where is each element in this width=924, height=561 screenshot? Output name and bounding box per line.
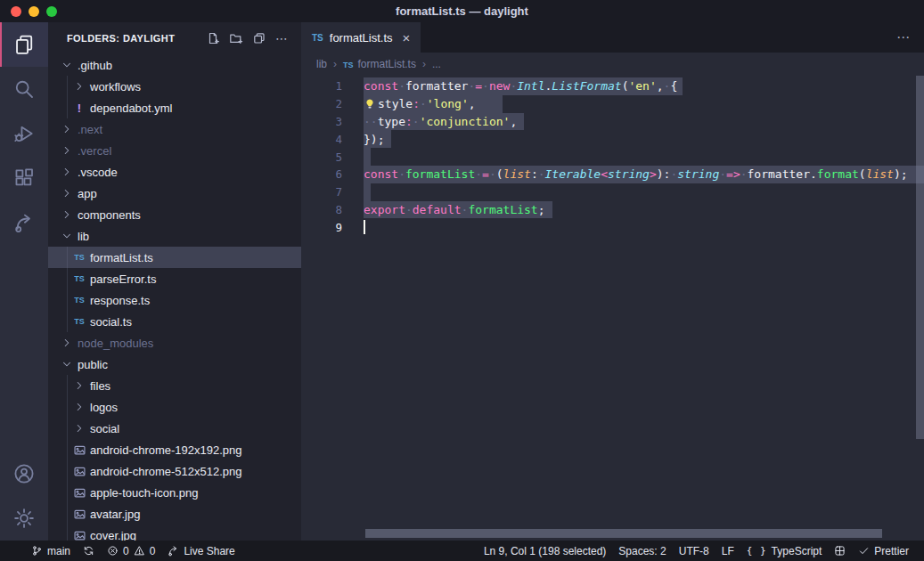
code-line[interactable]: 3··type:·'conjunction', [301, 113, 924, 131]
code-line[interactable]: 6const·formatList·=·(list:·Iterable<stri… [301, 166, 924, 183]
tab-formatList[interactable]: TS formatList.ts × [301, 22, 421, 53]
tab-label: formatList.ts [330, 31, 393, 45]
tree-item-label: .next [78, 123, 102, 136]
line-content [364, 148, 371, 166]
chevron-right-icon [59, 337, 75, 349]
status-git-branch-label: main [47, 545, 70, 557]
lightbulb-icon[interactable] [364, 98, 378, 110]
status-live-share-label: Live Share [184, 545, 234, 557]
status-git-branch[interactable]: main [25, 541, 77, 561]
text-cursor [364, 220, 365, 234]
code-line[interactable]: 1const·formatter·=·new·Intl.ListFormat('… [301, 77, 924, 95]
tree-item-avatar.jpg[interactable]: avatar.jpg [48, 503, 301, 524]
tree-item-node_modules[interactable]: node_modules [48, 332, 301, 354]
tree-item-.github[interactable]: .github [48, 54, 301, 76]
tree-item-label: lib [78, 230, 89, 243]
code-line[interactable]: 7 [301, 183, 924, 201]
collapse-folders-button[interactable] [252, 31, 266, 45]
check-icon [858, 545, 870, 557]
close-window-button[interactable] [11, 6, 21, 17]
line-number: 3 [301, 113, 342, 131]
status-sync[interactable] [77, 541, 101, 561]
tree-item-public[interactable]: public [48, 354, 301, 375]
more-actions-button[interactable]: ⋯ [275, 31, 289, 45]
tree-item-label: .vercel [78, 144, 111, 158]
tree-item-label: logos [90, 401, 118, 414]
chevron-right-icon [71, 379, 87, 392]
tree-item-formatList.ts[interactable]: TSformatList.ts [48, 247, 301, 268]
tree-item-android-chrome-192x192.png[interactable]: android-chrome-192x192.png [48, 439, 301, 460]
close-tab-icon[interactable]: × [403, 30, 411, 45]
status-problems[interactable]: 00 [101, 541, 161, 561]
error-icon [107, 545, 119, 557]
tree-item-files[interactable]: files [48, 375, 301, 396]
breadcrumb-label: lib [316, 58, 327, 70]
tree-item-social.ts[interactable]: TSsocial.ts [48, 311, 301, 332]
breadcrumb-item[interactable]: ... [432, 58, 441, 70]
status-live-share[interactable]: Live Share [161, 541, 241, 561]
code-area[interactable]: 1const·formatter·=·new·Intl.ListFormat('… [301, 76, 924, 541]
line-content [364, 218, 365, 236]
extensions-button[interactable] [0, 156, 48, 200]
titlebar: formatList.ts — daylight [0, 0, 924, 22]
ts-icon: TS [71, 296, 87, 305]
line-content: }); [364, 130, 391, 148]
sync-icon [83, 545, 94, 557]
new-folder-button[interactable] [229, 31, 243, 45]
tree-item-social[interactable]: social [48, 418, 301, 439]
search-button[interactable] [0, 67, 48, 111]
tree-item-logos[interactable]: logos [48, 396, 301, 418]
code-line[interactable]: 4}); [301, 130, 924, 148]
live-share-button[interactable] [0, 200, 48, 245]
settings-button[interactable] [0, 496, 48, 541]
minimize-window-button[interactable] [29, 6, 39, 17]
editor-more-actions-button[interactable]: ⋯ [896, 22, 911, 53]
explorer-button[interactable] [0, 22, 48, 67]
account-icon [13, 463, 35, 484]
tree-item-parseError.ts[interactable]: TSparseError.ts [48, 268, 301, 289]
tree-item-response.ts[interactable]: TSresponse.ts [48, 289, 301, 311]
accounts-button[interactable] [0, 451, 48, 496]
tree-item-cover.jpg[interactable]: cover.jpg [48, 524, 301, 541]
status-prettier[interactable]: Prettier [852, 541, 915, 561]
tree-item-.vscode[interactable]: .vscode [48, 161, 301, 183]
vertical-scrollbar[interactable] [916, 76, 924, 439]
tree-item-app[interactable]: app [48, 183, 301, 204]
status-cursor-position[interactable]: Ln 9, Col 1 (198 selected) [478, 541, 612, 561]
tree-item-android-chrome-512x512.png[interactable]: android-chrome-512x512.png [48, 460, 301, 482]
tree-item-.next[interactable]: .next [48, 118, 301, 140]
line-number: 2 [301, 95, 342, 113]
breadcrumb-item[interactable]: lib [316, 58, 327, 70]
ts-icon: TS [343, 58, 354, 70]
tree-item-dependabot.yml[interactable]: !dependabot.yml [48, 97, 301, 118]
code-line[interactable]: 5 [301, 148, 924, 166]
tree-item-workflows[interactable]: workflows [48, 76, 301, 97]
status-eol-sequence[interactable]: LF [715, 541, 740, 561]
run-debug-button[interactable] [0, 111, 48, 156]
code-line[interactable]: 8export·default·formatList; [301, 201, 924, 219]
status-problems-label: 0 [150, 545, 156, 557]
status-language-mode[interactable]: { }TypeScript [740, 541, 829, 561]
new-folder-icon [229, 31, 243, 45]
horizontal-scrollbar[interactable] [365, 529, 882, 538]
line-margin [342, 218, 364, 236]
line-content: ··type:·'conjunction', [364, 113, 524, 131]
ts-icon: TS [71, 317, 87, 326]
window-controls [11, 0, 57, 22]
zoom-window-button[interactable] [46, 6, 57, 17]
breadcrumb-item[interactable]: TSformatList.ts [343, 58, 416, 70]
tree-item-label: parseError.ts [90, 272, 156, 286]
tree-item-label: public [78, 358, 108, 371]
tree-item-apple-touch-icon.png[interactable]: apple-touch-icon.png [48, 482, 301, 503]
tree-item-.vercel[interactable]: .vercel [48, 140, 301, 161]
new-file-button[interactable] [206, 31, 220, 45]
status-encoding[interactable]: UTF-8 [673, 541, 715, 561]
status-feedback[interactable] [828, 541, 852, 561]
tree-item-components[interactable]: components [48, 204, 301, 225]
image-icon [71, 486, 87, 500]
code-line[interactable]: 9 [301, 218, 924, 236]
tree-item-label: social [90, 422, 119, 435]
code-line[interactable]: 2style:·'long', [301, 95, 924, 113]
status-indentation[interactable]: Spaces: 2 [612, 541, 672, 561]
tree-item-lib[interactable]: lib [48, 225, 301, 247]
